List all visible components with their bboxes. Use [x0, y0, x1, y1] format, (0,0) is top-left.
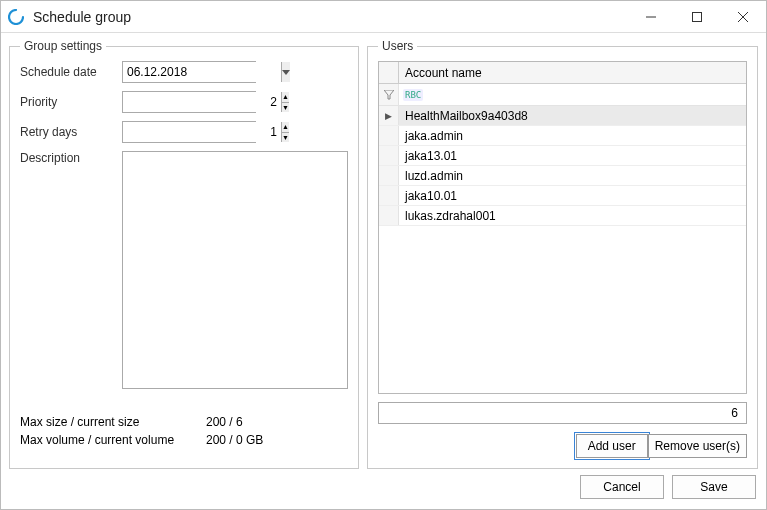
description-textarea[interactable]	[122, 151, 348, 389]
dialog-footer: Cancel Save	[1, 469, 766, 509]
max-volume-row: Max volume / current volume 200 / 0 GB	[20, 433, 348, 447]
svg-marker-4	[282, 70, 290, 75]
priority-field[interactable]	[123, 92, 281, 112]
users-grid: Account name RBC ▶HealthMailbox9a403d8ja…	[378, 61, 747, 394]
cancel-button[interactable]: Cancel	[580, 475, 664, 499]
row-indicator	[379, 146, 399, 165]
table-row[interactable]: jaka13.01	[379, 146, 746, 166]
filter-type-icon: RBC	[403, 89, 423, 101]
description-row: Description	[20, 151, 348, 389]
schedule-date-field[interactable]	[123, 62, 281, 82]
row-indicator	[379, 186, 399, 205]
group-settings-panel: Group settings Schedule date Priority ▲ …	[9, 39, 359, 469]
priority-spin-up[interactable]: ▲	[282, 92, 289, 103]
users-panel: Users Account name RBC ▶Health	[367, 39, 758, 469]
chevron-down-icon	[282, 70, 290, 75]
window-root: Schedule group Group settings Schedule d…	[0, 0, 767, 510]
close-button[interactable]	[720, 1, 766, 32]
grid-filter-row: RBC	[379, 84, 746, 106]
max-size-value: 200 / 6	[206, 415, 243, 429]
user-count-value: 6	[731, 406, 738, 420]
retry-days-row: Retry days ▲ ▼	[20, 121, 348, 143]
schedule-date-label: Schedule date	[20, 65, 122, 79]
add-user-button[interactable]: Add user	[576, 434, 648, 458]
row-indicator	[379, 206, 399, 225]
table-row[interactable]: jaka.admin	[379, 126, 746, 146]
max-size-row: Max size / current size 200 / 6	[20, 415, 348, 429]
funnel-icon	[384, 90, 394, 100]
svg-line-3	[738, 12, 748, 22]
filter-cell[interactable]: RBC	[399, 84, 746, 105]
table-row[interactable]: luzd.admin	[379, 166, 746, 186]
stats-block: Max size / current size 200 / 6 Max volu…	[20, 415, 348, 451]
titlebar: Schedule group	[1, 1, 766, 33]
table-row[interactable]: ▶HealthMailbox9a403d8	[379, 106, 746, 126]
schedule-date-input[interactable]	[122, 61, 256, 83]
account-name-cell: lukas.zdrahal001	[399, 206, 746, 225]
max-size-label: Max size / current size	[20, 415, 206, 429]
priority-input[interactable]: ▲ ▼	[122, 91, 256, 113]
window-title: Schedule group	[33, 9, 628, 25]
app-icon	[7, 8, 25, 26]
account-name-cell: HealthMailbox9a403d8	[399, 106, 746, 125]
retry-days-field[interactable]	[123, 122, 281, 142]
max-volume-label: Max volume / current volume	[20, 433, 206, 447]
account-name-cell: jaka.admin	[399, 126, 746, 145]
retry-spin-down[interactable]: ▼	[282, 133, 289, 143]
window-controls	[628, 1, 766, 32]
save-button[interactable]: Save	[672, 475, 756, 499]
date-dropdown-button[interactable]	[281, 62, 290, 82]
description-label: Description	[20, 151, 122, 165]
max-volume-value: 200 / 0 GB	[206, 433, 263, 447]
row-indicator: ▶	[379, 106, 399, 125]
account-name-column[interactable]: Account name	[399, 62, 746, 83]
account-name-cell: luzd.admin	[399, 166, 746, 185]
users-legend: Users	[378, 39, 417, 53]
retry-days-label: Retry days	[20, 125, 122, 139]
group-settings-legend: Group settings	[20, 39, 106, 53]
account-name-cell: jaka13.01	[399, 146, 746, 165]
filter-indicator-icon[interactable]	[379, 84, 399, 105]
priority-label: Priority	[20, 95, 122, 109]
schedule-date-row: Schedule date	[20, 61, 348, 83]
svg-marker-5	[384, 90, 394, 99]
maximize-button[interactable]	[674, 1, 720, 32]
grid-header: Account name	[379, 62, 746, 84]
grid-header-indicator[interactable]	[379, 62, 399, 83]
account-name-cell: jaka10.01	[399, 186, 746, 205]
content-area: Group settings Schedule date Priority ▲ …	[1, 33, 766, 469]
row-indicator	[379, 126, 399, 145]
retry-days-input[interactable]: ▲ ▼	[122, 121, 256, 143]
grid-body[interactable]: ▶HealthMailbox9a403d8jaka.adminjaka13.01…	[379, 106, 746, 393]
user-count-box: 6	[378, 402, 747, 424]
user-buttons: Add user Remove user(s)	[378, 434, 747, 458]
row-indicator	[379, 166, 399, 185]
priority-spin-down[interactable]: ▼	[282, 103, 289, 113]
remove-user-button[interactable]: Remove user(s)	[648, 434, 747, 458]
retry-spin-up[interactable]: ▲	[282, 122, 289, 133]
table-row[interactable]: jaka10.01	[379, 186, 746, 206]
svg-rect-1	[693, 12, 702, 21]
svg-line-2	[738, 12, 748, 22]
table-row[interactable]: lukas.zdrahal001	[379, 206, 746, 226]
minimize-button[interactable]	[628, 1, 674, 32]
priority-row: Priority ▲ ▼	[20, 91, 348, 113]
